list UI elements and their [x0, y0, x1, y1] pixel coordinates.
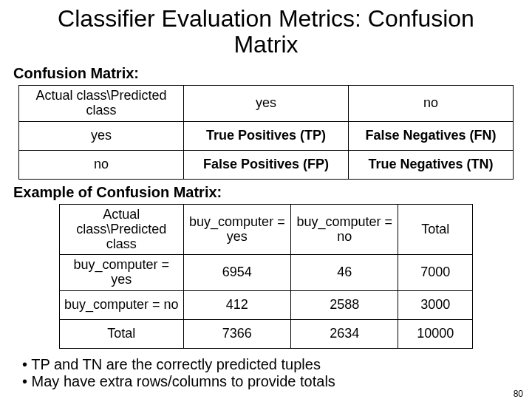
- table-row: Total 7366 2634 10000: [60, 319, 473, 348]
- table-cell: 2634: [291, 319, 398, 348]
- table-cell: 412: [183, 290, 290, 319]
- table-header-cell: buy_computer = no: [291, 204, 398, 254]
- table-cell: 2588: [291, 290, 398, 319]
- table-row: yes True Positives (TP) False Negatives …: [19, 121, 514, 150]
- table-cell: True Negatives (TN): [349, 150, 514, 179]
- bullet-item: TP and TN are the correctly predicted tu…: [22, 356, 532, 373]
- table-cell: 46: [291, 255, 398, 291]
- table-cell: 3000: [398, 290, 473, 319]
- table-cell: 7366: [183, 319, 290, 348]
- bullet-list: TP and TN are the correctly predicted tu…: [22, 356, 532, 390]
- table-cell: False Negatives (FN): [349, 121, 514, 150]
- table-row: buy_computer = yes 6954 46 7000: [60, 255, 473, 291]
- table-row: Actual class\Predicted class buy_compute…: [60, 204, 473, 254]
- table-header-cell: Total: [398, 204, 473, 254]
- subheading-example: Example of Confusion Matrix:: [13, 184, 532, 201]
- table-row: Actual class\Predicted class yes no: [19, 86, 514, 122]
- table-cell: False Positives (FP): [184, 150, 349, 179]
- table-cell: True Positives (TP): [184, 121, 349, 150]
- page-number: 80: [514, 389, 523, 399]
- definition-table: Actual class\Predicted class yes no yes …: [18, 85, 514, 180]
- row-label-cell: buy_computer = yes: [60, 255, 184, 291]
- row-label-cell: Total: [60, 319, 184, 348]
- table-header-cell: buy_computer = yes: [183, 204, 290, 254]
- row-label-cell: buy_computer = no: [60, 290, 184, 319]
- table-header-cell: no: [349, 86, 514, 122]
- table-cell: 7000: [398, 255, 473, 291]
- table-header-cell: yes: [184, 86, 349, 122]
- table-header-cell: Actual class\Predicted class: [60, 204, 184, 254]
- example-table: Actual class\Predicted class buy_compute…: [59, 204, 473, 349]
- row-label-cell: yes: [19, 121, 184, 150]
- table-cell: 10000: [398, 319, 473, 348]
- bullet-item: May have extra rows/columns to provide t…: [22, 373, 532, 390]
- slide-title: Classifier Evaluation Metrics: Confusion…: [30, 6, 502, 58]
- table-row: no False Positives (FP) True Negatives (…: [19, 150, 514, 179]
- table-cell: 6954: [183, 255, 290, 291]
- table-row: buy_computer = no 412 2588 3000: [60, 290, 473, 319]
- row-label-cell: no: [19, 150, 184, 179]
- table-header-cell: Actual class\Predicted class: [19, 86, 184, 122]
- subheading-confusion-matrix: Confusion Matrix:: [13, 65, 532, 82]
